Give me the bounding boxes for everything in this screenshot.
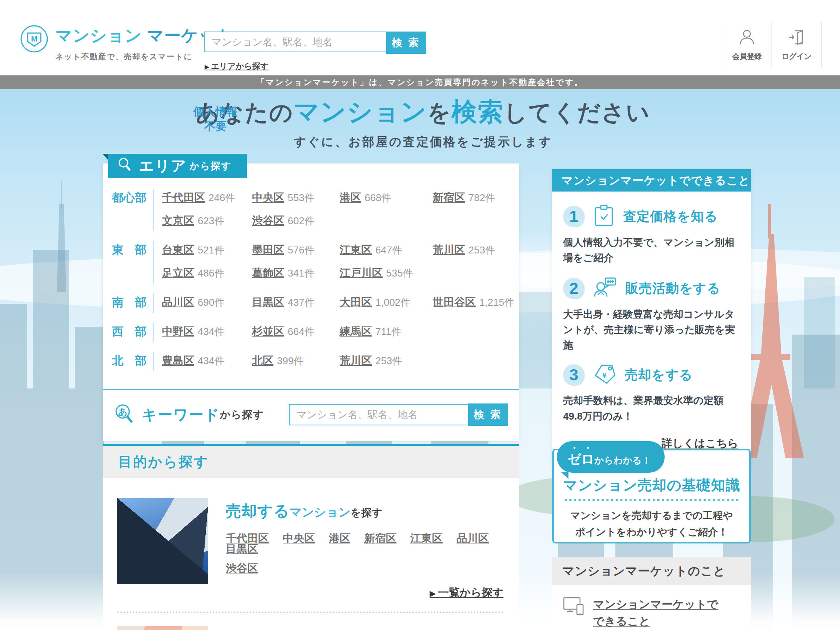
login-button[interactable]: ログイン [772,22,822,68]
sell-mansion-title[interactable]: 売却するマンションを探す [226,500,503,522]
step-1-badge: 1 [563,206,585,227]
district-link[interactable]: 豊島区434件 [162,352,252,371]
keyword-search: あ キーワード から探す 検 索 [103,390,519,441]
header-search-input[interactable] [204,32,387,52]
district-link[interactable]: 荒川区253件 [340,352,433,371]
region-rows: 都心部 千代田区246件 中央区553件 港区668件 新宿区782件 文京区6… [103,163,519,384]
monitor-icon [562,596,585,618]
logo-shield-m-icon: M [20,25,48,55]
kana-magnifier-icon: あ [112,402,137,428]
feature-1: 1 査定価格を知る [563,204,740,229]
region-row-east: 東 部 台東区521件 墨田区576件 江東区647件 荒川区253件 足立区4… [112,241,507,283]
step-3-badge: 3 [563,364,585,386]
feature-1-title: 査定価格を知る [623,208,718,225]
district-link[interactable]: 江戸川区535件 [340,264,433,283]
site-header: M マンション マーケット ネット不動産で、売却をスマートに 検 索 エリアから… [0,0,840,75]
list-search-link[interactable]: 一覧から探す [226,585,503,600]
skyscrapers-photo[interactable] [117,498,208,584]
region-row-north: 北 部 豊島区434件 北区399件 荒川区253件 [112,352,507,371]
district-link[interactable]: 台東区521件 [162,241,252,260]
dotted-underline [565,499,738,501]
hero-subtitle: すぐに、お部屋の査定価格をご提示します [165,134,681,150]
price-tag-yen-icon: ¥ [592,363,617,387]
header-nav: 会員登録 ログイン [722,22,822,68]
district-link[interactable]: 品川区690件 [162,293,252,313]
register-button[interactable]: 会員登録 [722,22,772,68]
region-label: 南 部 [112,293,153,313]
zero-bubble: ゼロからわかる！ [557,441,665,473]
svg-text:¥: ¥ [602,371,607,380]
transaction-cases-title[interactable]: マンションの売却・取引事例を探す [226,628,503,630]
dotted-divider [117,612,503,613]
hero-badge: 個人情報不要 [193,105,238,133]
district-link[interactable]: 中央区553件 [252,189,340,208]
keyword-title: キーワード [142,405,220,425]
district-quick-link[interactable]: 渋谷区 [226,562,258,574]
feature-3-title: 売却をする [625,366,693,384]
region-label: 東 部 [112,241,153,283]
district-link[interactable]: 文京区623件 [162,212,252,231]
region-label: 西 部 [112,323,153,342]
feature-2-desc: 大手出身・経験豊富な売却コンサルタントが、売主様に寄り添った販売を実施 [563,307,740,353]
clipboard-check-icon [592,204,615,229]
district-link[interactable]: 墨田区576件 [252,241,340,260]
about-panel: マンションマーケットのこと マンションマーケットで できること [552,557,751,630]
district-link[interactable]: 江東区647件 [340,241,433,260]
feature-3-desc: 売却手数料は、業界最安水準の定額49.8万円のみ！ [563,393,740,424]
district-link[interactable]: 千代田区246件 [162,189,252,208]
district-link[interactable]: 練馬区711件 [340,323,433,342]
district-quick-links: 千代田区中央区港区新宿区江東区品川区目黒区 渋谷区 [226,533,503,574]
district-link[interactable]: 新宿区782件 [433,189,507,208]
region-label: 北 部 [112,352,153,371]
purpose-section-title: 目的から探す [103,446,519,478]
district-quick-link[interactable]: 江東区 [410,532,443,544]
hero-title: あなたのマンションを検索してください [165,95,681,129]
door-login-icon [788,28,805,48]
register-label: 会員登録 [732,52,762,62]
header-search-button[interactable]: 検 索 [386,32,426,54]
feature-3: 3 ¥ 売却をする [563,363,740,387]
documents-photo[interactable] [117,626,208,630]
header-search: 検 索 [204,32,426,54]
district-link[interactable]: 足立区486件 [162,264,252,283]
district-link[interactable]: 港区668件 [340,189,433,208]
district-quick-link[interactable]: 港区 [329,532,350,544]
selling-basics-panel[interactable]: ゼロからわかる！ マンション売却の基礎知識 マンションを売却するまでの工程や ポ… [552,449,751,543]
district-quick-link[interactable]: 品川区 [457,532,489,544]
district-link[interactable]: 世田谷区1,215件 [433,293,514,313]
person-icon [738,28,756,48]
transaction-cases-card: マンションの売却・取引事例を探す [117,626,503,630]
district-link[interactable]: 葛飾区341件 [252,264,340,283]
district-link[interactable]: 北区399件 [252,352,340,371]
feature-2: 2 販売活動をする [563,276,740,301]
hero: 個人情報不要 あなたのマンションを検索してください すぐに、お部屋の査定価格をご… [165,95,681,150]
header-area-link[interactable]: エリアから探す [205,61,268,72]
keyword-search-input[interactable] [289,404,469,425]
area-search-panel: エリアから探す 都心部 千代田区246件 中央区553件 港区668件 新宿区7… [103,163,519,441]
notice-bar: 「マンションマーケット」は、マンション売買専門のネット不動産会社です。 [0,75,840,89]
district-link[interactable]: 渋谷区602件 [252,212,340,231]
district-quick-link[interactable]: 千代田区 [226,532,269,544]
keyword-search-button[interactable]: 検 索 [468,403,508,426]
district-link[interactable]: 杉並区664件 [252,323,340,342]
district-link[interactable]: 中野区434件 [162,323,252,342]
feature-1-desc: 個人情報入力不要で、マンション別相場をご紹介 [563,235,740,266]
district-link[interactable]: 荒川区253件 [433,241,507,260]
district-link[interactable]: 目黒区437件 [252,293,340,313]
step-2-badge: 2 [563,278,585,299]
feature-2-title: 販売活動をする [625,280,720,297]
district-quick-link[interactable]: 目黒区 [226,543,258,555]
logo[interactable]: M マンション マーケット ネット不動産で、売却をスマートに [20,25,233,62]
district-quick-link[interactable]: 中央区 [283,532,315,544]
svg-text:あ: あ [118,407,128,417]
region-row-south: 南 部 品川区690件 目黒区437件 大田区1,002件 世田谷区1,215件 [112,293,507,313]
magnifier-icon [117,157,133,175]
sell-mansion-card: 売却するマンションを探す 千代田区中央区港区新宿区江東区品川区目黒区 渋谷区 一… [117,498,503,600]
district-quick-link[interactable]: 新宿区 [364,532,397,544]
page: M マンション マーケット ネット不動産で、売却をスマートに 検 索 エリアから… [0,0,840,630]
district-link[interactable]: 大田区1,002件 [340,293,433,313]
region-row-toshin: 都心部 千代田区246件 中央区553件 港区668件 新宿区782件 文京区6… [112,189,507,231]
region-row-west: 西 部 中野区434件 杉並区664件 練馬区711件 [112,323,507,342]
purpose-section: 目的から探す 売却するマンションを探す 千代田区中央区港区新宿区江東区品川区目黒… [103,444,519,630]
about-features-link[interactable]: マンションマーケットで できること [593,596,718,630]
